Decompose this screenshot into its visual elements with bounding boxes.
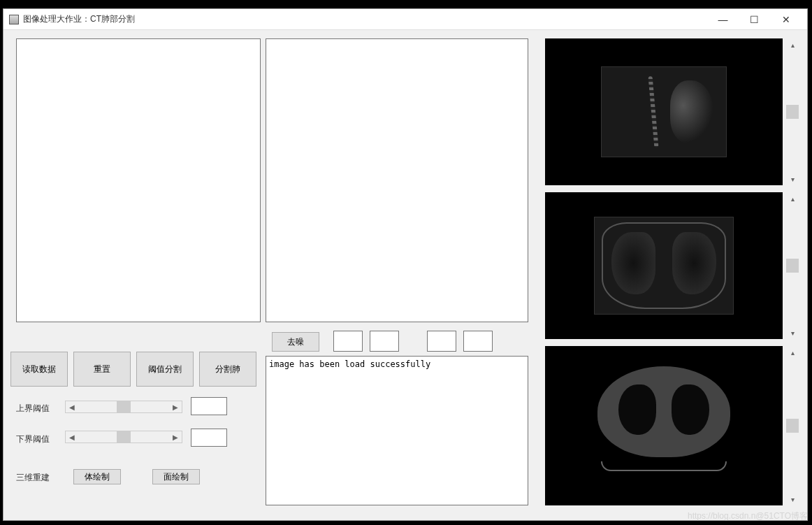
image-panel-left [16,38,261,322]
app-window: 图像处理大作业：CT肺部分割 — ☐ ✕ 去噪 读取数据 重置 阈值分割 分割肺… [3,8,808,521]
ct-coronal-image [594,217,734,315]
slider-left-arrow-icon[interactable]: ◀ [66,431,78,443]
close-button[interactable]: ✕ [770,10,802,29]
lower-threshold-input[interactable] [191,429,227,447]
scroll-thumb[interactable] [786,419,799,433]
scroll-thumb[interactable] [786,259,799,273]
sagittal-viewer [545,38,783,185]
image-panel-middle [266,38,528,322]
ct-sagittal-image [601,66,727,157]
maximize-button[interactable]: ☐ [739,10,770,29]
upper-threshold-label: 上界阈值 [16,403,50,415]
upper-threshold-input[interactable] [191,397,227,415]
scroll-up-icon[interactable]: ▴ [786,192,799,205]
lower-threshold-slider[interactable]: ◀ ▶ [65,431,182,443]
scroll-up-icon[interactable]: ▴ [786,346,799,359]
volume-render-button[interactable]: 体绘制 [73,469,121,484]
reset-button[interactable]: 重置 [73,352,131,387]
param-box-3[interactable] [427,331,456,352]
denoise-button[interactable]: 去噪 [272,332,319,352]
titlebar: 图像处理大作业：CT肺部分割 — ☐ ✕ [3,9,807,30]
watermark: https://blog.csdn.n@51CTO博客 [688,510,808,522]
scroll-down-icon[interactable]: ▾ [786,493,799,505]
coronal-viewer [545,192,783,339]
axial-viewer [545,346,783,505]
slider-right-arrow-icon[interactable]: ▶ [169,431,182,443]
ct-axial-image [594,366,734,485]
surface-render-button[interactable]: 面绘制 [152,469,200,484]
scroll-down-icon[interactable]: ▾ [786,326,799,339]
log-line: image has been load successfully [269,359,430,369]
axial-scrollbar[interactable]: ▴ ▾ [786,346,799,505]
load-data-button[interactable]: 读取数据 [10,352,68,387]
slider-thumb[interactable] [117,431,131,443]
scroll-down-icon[interactable]: ▾ [786,173,799,185]
scroll-up-icon[interactable]: ▴ [786,38,799,51]
lower-threshold-label: 下界阈值 [16,433,50,445]
minimize-button[interactable]: — [707,10,739,29]
content-area: 去噪 读取数据 重置 阈值分割 分割肺 image has been load … [3,30,807,520]
upper-threshold-slider[interactable]: ◀ ▶ [65,401,182,413]
param-box-1[interactable] [333,331,363,352]
coronal-scrollbar[interactable]: ▴ ▾ [786,192,799,339]
app-icon [9,15,19,24]
segment-lung-button[interactable]: 分割肺 [199,352,256,387]
scroll-thumb[interactable] [786,105,799,119]
param-box-4[interactable] [463,331,493,352]
reconstruct-3d-label: 三维重建 [16,472,50,484]
slider-left-arrow-icon[interactable]: ◀ [66,401,78,412]
window-title: 图像处理大作业：CT肺部分割 [23,13,707,25]
slider-right-arrow-icon[interactable]: ▶ [169,401,182,412]
sagittal-scrollbar[interactable]: ▴ ▾ [786,38,799,185]
slider-thumb[interactable] [117,401,131,412]
log-output: image has been load successfully [266,356,528,505]
param-box-2[interactable] [370,331,399,352]
threshold-button[interactable]: 阈值分割 [136,352,194,387]
